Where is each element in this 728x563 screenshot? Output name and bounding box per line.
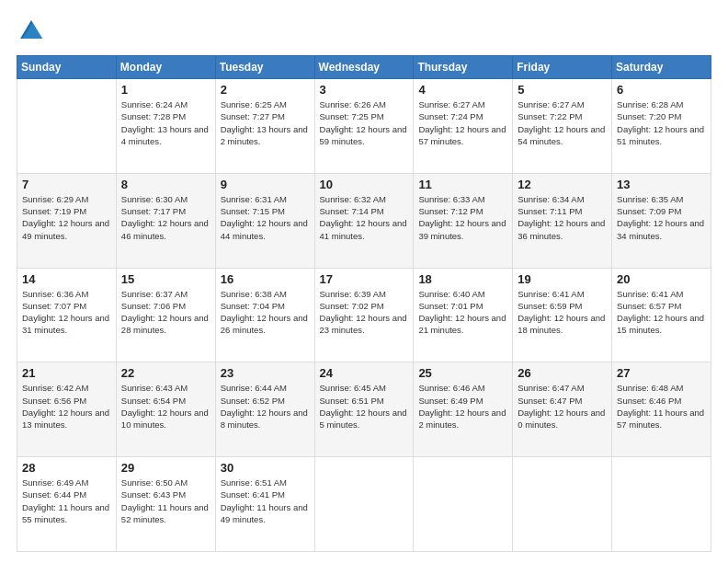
- calendar-cell: 14Sunrise: 6:36 AMSunset: 7:07 PMDayligh…: [17, 268, 117, 362]
- calendar-cell: 10Sunrise: 6:32 AMSunset: 7:14 PMDayligh…: [314, 173, 414, 268]
- day-number: 19: [518, 272, 607, 286]
- calendar-week-4: 21Sunrise: 6:42 AMSunset: 6:56 PMDayligh…: [17, 362, 711, 457]
- day-number: 8: [121, 178, 210, 191]
- day-number: 28: [22, 461, 111, 475]
- weekday-header-wednesday: Wednesday: [314, 56, 414, 79]
- day-number: 21: [22, 366, 111, 380]
- calendar-cell: 12Sunrise: 6:34 AMSunset: 7:11 PMDayligh…: [513, 173, 612, 268]
- logo-icon: [17, 17, 46, 46]
- calendar-cell: 2Sunrise: 6:25 AMSunset: 7:27 PMDaylight…: [215, 79, 314, 174]
- day-info: Sunrise: 6:46 AMSunset: 6:49 PMDaylight:…: [418, 382, 507, 431]
- day-number: 5: [518, 83, 607, 97]
- day-number: 10: [320, 178, 409, 191]
- calendar-cell: 16Sunrise: 6:38 AMSunset: 7:04 PMDayligh…: [215, 268, 314, 362]
- day-number: 2: [221, 83, 310, 97]
- day-info: Sunrise: 6:27 AMSunset: 7:22 PMDaylight:…: [518, 98, 607, 147]
- day-info: Sunrise: 6:43 AMSunset: 6:54 PMDaylight:…: [121, 382, 210, 431]
- day-info: Sunrise: 6:49 AMSunset: 6:44 PMDaylight:…: [22, 477, 111, 525]
- calendar-cell: [414, 457, 513, 552]
- calendar-cell: [314, 457, 414, 552]
- day-number: 25: [418, 366, 507, 380]
- day-info: Sunrise: 6:50 AMSunset: 6:43 PMDaylight:…: [121, 477, 210, 525]
- weekday-header-tuesday: Tuesday: [215, 56, 314, 79]
- day-number: 20: [617, 272, 706, 286]
- calendar-cell: 18Sunrise: 6:40 AMSunset: 7:01 PMDayligh…: [414, 268, 513, 362]
- day-info: Sunrise: 6:28 AMSunset: 7:20 PMDaylight:…: [617, 98, 706, 147]
- day-info: Sunrise: 6:40 AMSunset: 7:01 PMDaylight:…: [418, 288, 507, 337]
- calendar-cell: 7Sunrise: 6:29 AMSunset: 7:19 PMDaylight…: [17, 173, 117, 268]
- calendar-cell: 1Sunrise: 6:24 AMSunset: 7:28 PMDaylight…: [116, 79, 215, 174]
- calendar-week-1: 1Sunrise: 6:24 AMSunset: 7:28 PMDaylight…: [17, 79, 711, 174]
- day-info: Sunrise: 6:30 AMSunset: 7:17 PMDaylight:…: [121, 193, 210, 242]
- day-info: Sunrise: 6:27 AMSunset: 7:24 PMDaylight:…: [418, 98, 507, 147]
- calendar-cell: 24Sunrise: 6:45 AMSunset: 6:51 PMDayligh…: [314, 362, 414, 457]
- calendar-table: SundayMondayTuesdayWednesdayThursdayFrid…: [17, 55, 711, 552]
- day-number: 17: [320, 272, 409, 286]
- day-info: Sunrise: 6:39 AMSunset: 7:02 PMDaylight:…: [320, 288, 409, 337]
- day-number: 3: [320, 83, 409, 97]
- day-info: Sunrise: 6:33 AMSunset: 7:12 PMDaylight:…: [418, 193, 507, 242]
- day-number: 18: [418, 272, 507, 286]
- day-number: 11: [418, 178, 507, 191]
- day-info: Sunrise: 6:51 AMSunset: 6:41 PMDaylight:…: [221, 477, 310, 525]
- calendar-cell: [513, 457, 612, 552]
- weekday-header-monday: Monday: [116, 56, 215, 79]
- day-number: 29: [121, 461, 210, 475]
- day-info: Sunrise: 6:41 AMSunset: 6:59 PMDaylight:…: [518, 288, 607, 337]
- day-info: Sunrise: 6:36 AMSunset: 7:07 PMDaylight:…: [22, 288, 111, 337]
- day-number: 26: [518, 366, 607, 380]
- calendar-week-5: 28Sunrise: 6:49 AMSunset: 6:44 PMDayligh…: [17, 457, 711, 552]
- weekday-header-friday: Friday: [513, 56, 612, 79]
- day-info: Sunrise: 6:45 AMSunset: 6:51 PMDaylight:…: [320, 382, 409, 431]
- calendar-cell: 26Sunrise: 6:47 AMSunset: 6:47 PMDayligh…: [513, 362, 612, 457]
- weekday-header-row: SundayMondayTuesdayWednesdayThursdayFrid…: [17, 56, 711, 79]
- calendar-week-3: 14Sunrise: 6:36 AMSunset: 7:07 PMDayligh…: [17, 268, 711, 362]
- day-info: Sunrise: 6:34 AMSunset: 7:11 PMDaylight:…: [518, 193, 607, 242]
- day-info: Sunrise: 6:47 AMSunset: 6:47 PMDaylight:…: [518, 382, 607, 431]
- day-number: 12: [518, 178, 607, 191]
- calendar-cell: 9Sunrise: 6:31 AMSunset: 7:15 PMDaylight…: [215, 173, 314, 268]
- weekday-header-saturday: Saturday: [612, 56, 711, 79]
- day-info: Sunrise: 6:35 AMSunset: 7:09 PMDaylight:…: [617, 193, 706, 242]
- weekday-header-thursday: Thursday: [414, 56, 513, 79]
- day-info: Sunrise: 6:41 AMSunset: 6:57 PMDaylight:…: [617, 288, 706, 337]
- calendar-cell: 23Sunrise: 6:44 AMSunset: 6:52 PMDayligh…: [215, 362, 314, 457]
- page: SundayMondayTuesdayWednesdayThursdayFrid…: [0, 0, 728, 563]
- day-number: 15: [121, 272, 210, 286]
- calendar-cell: 27Sunrise: 6:48 AMSunset: 6:46 PMDayligh…: [612, 362, 711, 457]
- day-info: Sunrise: 6:25 AMSunset: 7:27 PMDaylight:…: [221, 98, 310, 147]
- calendar-cell: 29Sunrise: 6:50 AMSunset: 6:43 PMDayligh…: [116, 457, 215, 552]
- calendar-cell: 15Sunrise: 6:37 AMSunset: 7:06 PMDayligh…: [116, 268, 215, 362]
- day-number: 7: [22, 178, 111, 191]
- day-number: 27: [617, 366, 706, 380]
- calendar-cell: 19Sunrise: 6:41 AMSunset: 6:59 PMDayligh…: [513, 268, 612, 362]
- day-number: 24: [320, 366, 409, 380]
- day-number: 16: [221, 272, 310, 286]
- day-info: Sunrise: 6:37 AMSunset: 7:06 PMDaylight:…: [121, 288, 210, 337]
- day-number: 22: [121, 366, 210, 380]
- calendar-cell: 22Sunrise: 6:43 AMSunset: 6:54 PMDayligh…: [116, 362, 215, 457]
- day-info: Sunrise: 6:24 AMSunset: 7:28 PMDaylight:…: [121, 98, 210, 147]
- calendar-cell: [17, 79, 117, 174]
- day-info: Sunrise: 6:44 AMSunset: 6:52 PMDaylight:…: [221, 382, 310, 431]
- calendar-cell: 17Sunrise: 6:39 AMSunset: 7:02 PMDayligh…: [314, 268, 414, 362]
- calendar-cell: 11Sunrise: 6:33 AMSunset: 7:12 PMDayligh…: [414, 173, 513, 268]
- calendar-cell: 20Sunrise: 6:41 AMSunset: 6:57 PMDayligh…: [612, 268, 711, 362]
- calendar-cell: 5Sunrise: 6:27 AMSunset: 7:22 PMDaylight…: [513, 79, 612, 174]
- calendar-cell: 28Sunrise: 6:49 AMSunset: 6:44 PMDayligh…: [17, 457, 117, 552]
- day-number: 1: [121, 83, 210, 97]
- day-number: 4: [418, 83, 507, 97]
- day-number: 6: [617, 83, 706, 97]
- calendar-cell: 21Sunrise: 6:42 AMSunset: 6:56 PMDayligh…: [17, 362, 117, 457]
- weekday-header-sunday: Sunday: [17, 56, 117, 79]
- calendar-cell: 6Sunrise: 6:28 AMSunset: 7:20 PMDaylight…: [612, 79, 711, 174]
- calendar-cell: [612, 457, 711, 552]
- calendar-cell: 8Sunrise: 6:30 AMSunset: 7:17 PMDaylight…: [116, 173, 215, 268]
- day-number: 23: [221, 366, 310, 380]
- day-number: 14: [22, 272, 111, 286]
- day-info: Sunrise: 6:29 AMSunset: 7:19 PMDaylight:…: [22, 193, 111, 242]
- day-info: Sunrise: 6:31 AMSunset: 7:15 PMDaylight:…: [221, 193, 310, 242]
- calendar-cell: 3Sunrise: 6:26 AMSunset: 7:25 PMDaylight…: [314, 79, 414, 174]
- day-info: Sunrise: 6:32 AMSunset: 7:14 PMDaylight:…: [320, 193, 409, 242]
- day-number: 9: [221, 178, 310, 191]
